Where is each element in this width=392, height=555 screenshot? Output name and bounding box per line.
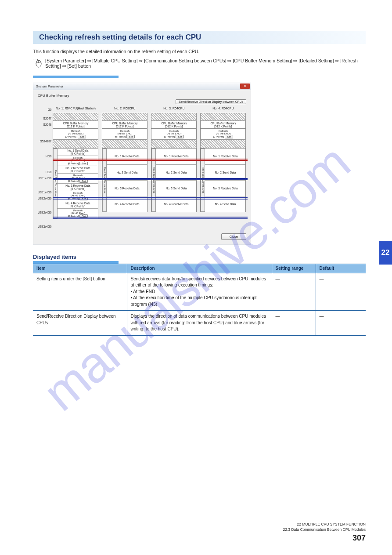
r1-range: —	[272, 273, 316, 311]
lbl-u3e3: U3E3\HG0	[38, 224, 51, 230]
section-title: Checking refresh setting details for eac…	[39, 33, 201, 42]
c4-2: No. 2 Send Data	[205, 164, 245, 180]
no3-recv: No. 3 Receive Data [0 K Points]	[58, 184, 98, 191]
cpu2-refresh: Refresh (At the END) [0 Points]Set	[102, 129, 147, 139]
cpu1-head: No. 1: R04CPU(Host Station)	[53, 107, 98, 113]
cpu2-head: No. 2: R08CPU	[102, 107, 147, 113]
lbl-u3e2a: U3E2\HG0	[38, 196, 51, 202]
cpu-col-4: No. 4: R04CPU CPU Buffer Memory [512 K P…	[200, 107, 246, 219]
lbl-hg0: HG0	[38, 153, 51, 160]
no3-recv-ref: Refresh (At I45 Exe.) [0 Points]Set	[58, 191, 98, 201]
displayed-items-title: Displayed items	[33, 254, 366, 260]
th-item: Item	[33, 264, 127, 273]
cpu4-head: No. 4: R04CPU	[200, 107, 246, 113]
send-receive-direction-button[interactable]: Send/Receive Direction Display between C…	[176, 99, 246, 104]
r2-range: —	[272, 311, 316, 336]
table-row: Setting items under the [Set] button Sen…	[33, 273, 366, 311]
lbl-g2048: G2048	[38, 122, 51, 128]
set-button-1[interactable]: Set	[79, 162, 88, 165]
lbl-g0: G0	[38, 107, 51, 113]
cpu-col-2: No. 2: R08CPU CPU Buffer Memory [512 K P…	[102, 107, 147, 219]
c4-3: No. 3 Receive Data	[205, 180, 245, 196]
no1-send-ref: Refresh (At I45 Exe.) [0 Points]Set	[58, 156, 98, 166]
cpu1-refresh-set-button[interactable]: Set	[78, 135, 86, 138]
cpu-col-1: No. 1: R04CPU(Host Station) CPU Buffer M…	[53, 107, 98, 219]
footer-chapter: 22 MULTIPLE CPU SYSTEM FUNCTION	[283, 522, 366, 527]
c2-1: No. 1 Receive Data	[107, 149, 147, 164]
page-footer: 22 MULTIPLE CPU SYSTEM FUNCTION 22.3 Dat…	[283, 522, 366, 544]
cpu3-mem: CPU Buffer Memory [512 K Points]	[151, 121, 197, 129]
set-button-2[interactable]: Set	[79, 179, 88, 183]
no4-recv-ref: Refresh (At I45 Exe.) [0 Points]Set	[58, 209, 98, 218]
lbl-g524287: G524287	[38, 138, 51, 145]
lbl-u3e2b: U3E2\HG0	[38, 210, 51, 216]
page-content: Checking refresh setting details for eac…	[0, 0, 392, 353]
c4-4: No. 4 Send Data	[205, 196, 245, 212]
no1-send: No. 1 Send Data [0 K Points]	[58, 149, 98, 156]
th-default: Default	[316, 264, 366, 273]
system-parameter-dialog: System Parameter ✕ CPU Buffer Memory Sen…	[33, 83, 251, 245]
cpu4-refresh: Refresh (At the END) [0 Points]Set	[200, 129, 246, 139]
items-table: Item Description Setting range Default S…	[33, 264, 366, 336]
cpu4-refresh-set-button[interactable]: Set	[225, 135, 233, 138]
set-button-4[interactable]: Set	[79, 214, 88, 218]
page-number: 307	[283, 533, 366, 544]
th-range: Setting range	[272, 264, 316, 273]
dialog-close-button[interactable]: Close	[221, 233, 246, 240]
window-underline	[33, 76, 119, 78]
r1-desc: Sends/receives data from/to specified de…	[127, 273, 272, 311]
fixed-scan-label: Fixed Scan Comm. Area	[53, 149, 58, 218]
cpu3-refresh-set-button[interactable]: Set	[176, 135, 184, 138]
fixed-scan-label-2: Fixed Scan Comm. Area	[102, 149, 107, 212]
c3-3: No. 3 Send Data	[156, 180, 196, 196]
r2-item: Send/Receive Direction Display between C…	[33, 311, 127, 336]
lbl-g2047: G2047	[38, 116, 51, 122]
c3-1: No. 1 Receive Data	[156, 149, 196, 164]
cpu-memory-layout: G0 G2047 G2048 G524287 HG0 HG0 U3E1\HG0 …	[38, 107, 246, 230]
c3-4: No. 4 Receive Data	[156, 196, 196, 212]
table-row: Send/Receive Direction Display between C…	[33, 311, 366, 336]
cpu2-refresh-set-button[interactable]: Set	[126, 135, 135, 138]
intro-text: This function displays the detailed info…	[33, 48, 366, 55]
cpu4-mem: CPU Buffer Memory [512 K Points]	[200, 121, 246, 129]
no4-recv: No. 4 Receive Data [0 K Points]	[58, 201, 98, 209]
section-heading: Checking refresh setting details for eac…	[33, 31, 366, 44]
th-desc: Description	[127, 264, 272, 273]
dialog-subtitle: CPU Buffer Memory	[38, 94, 246, 98]
lbl-hg0-b: HG0	[38, 169, 51, 175]
lbl-u3e1a: U3E1\HG0	[38, 175, 51, 181]
fixed-scan-label-4: Fixed Scan Comm. Area	[201, 149, 205, 212]
cpu2-mem: CPU Buffer Memory [512 K Points]	[102, 121, 147, 129]
set-button-3[interactable]: Set	[79, 197, 88, 200]
mouse-icon	[33, 59, 43, 68]
c2-3: No. 3 Receive Data	[107, 180, 147, 196]
no2-recv-ref: Refresh (At I45 Exe.) [0 Points]Set	[58, 174, 98, 184]
cpu3-refresh: Refresh (At the END) [0 Points]Set	[151, 129, 197, 139]
cpu1-mem: CPU Buffer Memory [512 K Points]	[53, 121, 98, 129]
cpu-col-3: No. 3: R04CPU CPU Buffer Memory [512 K P…	[151, 107, 197, 219]
footer-sub: 22.3 Data Communication Between CPU Modu…	[283, 527, 366, 533]
r2-desc: Displays the direction of data communica…	[127, 311, 272, 336]
c3-2: No. 2 Send Data	[156, 164, 196, 180]
c2-2: No. 2 Send Data	[107, 164, 147, 180]
r1-def: —	[316, 273, 366, 311]
lbl-u3e1b: U3E1\HG0	[38, 189, 51, 196]
fixed-scan-label-3: Fixed Scan Comm. Area	[151, 149, 156, 212]
nav-text: [System Parameter] ⇨ [Multiple CPU Setti…	[45, 58, 366, 69]
cpu1-refresh: Refresh (At the END.) [0 Points] Set	[53, 129, 98, 139]
dialog-titlebar: System Parameter ✕	[33, 83, 251, 90]
address-labels: G0 G2047 G2048 G524287 HG0 HG0 U3E1\HG0 …	[38, 107, 53, 230]
table-header-row: Item Description Setting range Default	[33, 264, 366, 273]
dialog-title-text: System Parameter	[36, 84, 63, 88]
r2-def: —	[316, 311, 366, 336]
c2-4: No. 4 Receive Data	[107, 196, 147, 212]
c4-1: No. 1 Receive Data	[205, 149, 245, 164]
cpu3-head: No. 3: R04CPU	[151, 107, 197, 113]
navigation-path: [System Parameter] ⇨ [Multiple CPU Setti…	[33, 58, 366, 69]
dialog-close-icon[interactable]: ✕	[240, 83, 250, 89]
r1-item: Setting items under the [Set] button	[33, 273, 127, 311]
no2-recv: No. 2 Receive Data [0 K Points]	[58, 166, 98, 174]
